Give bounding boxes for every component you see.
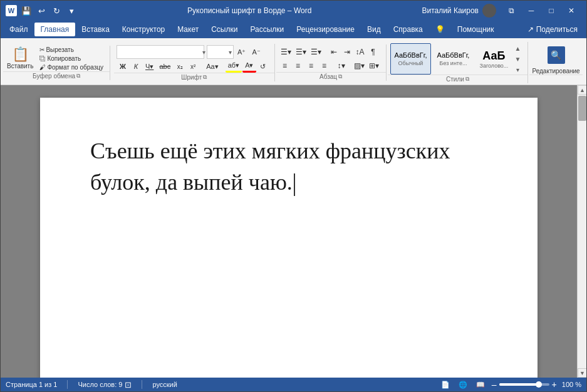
- qat-more-button[interactable]: ▾: [66, 5, 77, 16]
- para-expand-icon[interactable]: ⧉: [338, 73, 342, 80]
- scroll-down-button[interactable]: ▼: [578, 368, 586, 378]
- paste-label: Вставить: [7, 63, 33, 70]
- subscript-button[interactable]: x₂: [174, 60, 186, 73]
- format-painter-button[interactable]: 🖌 Формат по образцу: [37, 63, 106, 71]
- styles-expand-icon[interactable]: ⧉: [465, 76, 469, 83]
- vertical-scrollbar[interactable]: ▲ ▼: [577, 85, 586, 378]
- window-title: Рукописный шрифт в Ворде – Word: [77, 6, 422, 15]
- decrease-font-button[interactable]: A⁻: [249, 46, 262, 58]
- shading-button[interactable]: ▨▾: [352, 59, 366, 72]
- font-size-input[interactable]: 36: [207, 48, 227, 56]
- style-no-spacing-label: Без инте...: [440, 60, 467, 66]
- text-line1: Съешь ещё этих мягких французских: [90, 138, 450, 163]
- view-read-button[interactable]: 📖: [474, 379, 487, 389]
- change-case-button[interactable]: Аа▾: [204, 60, 221, 73]
- superscript-button[interactable]: x²: [187, 60, 199, 73]
- zoom-minus-button[interactable]: –: [492, 379, 497, 389]
- style-normal[interactable]: АаБбВвГг, Обычный: [390, 43, 432, 75]
- font-color-button[interactable]: А▾: [242, 60, 256, 73]
- menu-view[interactable]: Вид: [361, 23, 387, 36]
- align-left-button[interactable]: ≡: [279, 59, 291, 72]
- word-count-text: Число слов: 9: [78, 381, 122, 388]
- menu-assistant[interactable]: Помощник: [451, 23, 501, 36]
- styles-section: АаБбВвГг, Обычный АаБбВвГг, Без инте... …: [388, 42, 529, 83]
- font-name-dropdown[interactable]: Mistral ▾: [117, 45, 204, 59]
- decrease-indent-button[interactable]: ⇤: [328, 46, 340, 58]
- styles-expand-button[interactable]: ▾: [512, 64, 522, 75]
- borders-button[interactable]: ⊞▾: [367, 59, 381, 72]
- word-icon: W: [6, 5, 17, 16]
- zoom-plus-button[interactable]: +: [552, 379, 557, 389]
- zoom-level: 100 %: [562, 381, 581, 388]
- font-size-dropdown[interactable]: 36 ▾: [207, 45, 234, 59]
- user-avatar[interactable]: [482, 4, 496, 18]
- numbering-button[interactable]: ☰▾: [294, 46, 308, 58]
- increase-indent-button[interactable]: ⇥: [341, 46, 353, 58]
- strikethrough-button[interactable]: abc: [157, 60, 173, 73]
- close-button[interactable]: ✕: [561, 1, 581, 21]
- menu-references[interactable]: Ссылки: [205, 23, 244, 36]
- maximize-button[interactable]: □: [541, 1, 561, 21]
- zoom-track[interactable]: [499, 383, 549, 386]
- document-page[interactable]: Съешь ещё этих мягких французских булок,…: [40, 98, 538, 378]
- view-print-button[interactable]: 📄: [439, 379, 452, 389]
- paragraph-section: ☰▾ ☰▾ ☰▾ ⇤ ⇥ ↕A ¶ ≡ ≡ ≡ ≡ ↕▾: [276, 44, 387, 81]
- show-marks-button[interactable]: ¶: [367, 46, 380, 58]
- share-button[interactable]: ↗ Поделиться: [521, 23, 584, 36]
- italic-button[interactable]: К: [130, 60, 142, 73]
- bold-button[interactable]: Ж: [117, 60, 129, 73]
- line-spacing-button[interactable]: ↕▾: [335, 59, 348, 72]
- document-text[interactable]: Съешь ещё этих мягких французских булок,…: [90, 135, 487, 199]
- zoom-thumb[interactable]: [536, 381, 542, 388]
- copy-button[interactable]: ⿻ Копировать: [37, 54, 106, 63]
- font-expand-icon[interactable]: ⧉: [203, 74, 207, 81]
- clipboard-expand-icon[interactable]: ⧉: [76, 73, 80, 80]
- align-right-button[interactable]: ≡: [305, 59, 318, 72]
- word-count-icon[interactable]: ⊡: [125, 380, 132, 389]
- menu-ideas-icon[interactable]: 💡: [429, 23, 451, 36]
- highlight-button[interactable]: аб▾: [226, 60, 242, 73]
- styles-down-button[interactable]: ▼: [512, 54, 522, 64]
- menu-review[interactable]: Рецензирование: [290, 23, 361, 36]
- style-heading1[interactable]: АаБ Заголово...: [475, 43, 512, 75]
- ribbon: 📋 Вставить ✂ Вырезать ⿻ Копировать 🖌 Фор…: [1, 38, 586, 85]
- font-label: Шрифт: [181, 74, 202, 81]
- view-web-button[interactable]: 🌐: [457, 379, 469, 389]
- align-center-button[interactable]: ≡: [292, 59, 304, 72]
- styles-label: Стили: [446, 76, 464, 83]
- document-scroll-area[interactable]: Съешь ещё этих мягких французских булок,…: [1, 85, 577, 378]
- justify-button[interactable]: ≡: [318, 59, 331, 72]
- undo-button[interactable]: ↩: [36, 5, 47, 16]
- menu-mailings[interactable]: Рассылки: [244, 23, 290, 36]
- font-name-input[interactable]: Mistral: [120, 48, 201, 56]
- increase-font-button[interactable]: A⁺: [235, 46, 248, 58]
- menu-help[interactable]: Справка: [387, 23, 429, 36]
- paste-icon: 📋: [12, 48, 29, 61]
- search-editing-button[interactable]: 🔍: [543, 44, 570, 66]
- sort-button[interactable]: ↕A: [354, 46, 366, 58]
- styles-arrows: ▲ ▼ ▾: [512, 43, 522, 75]
- language[interactable]: русский: [152, 381, 177, 388]
- style-no-spacing[interactable]: АаБбВвГг, Без инте...: [432, 43, 474, 75]
- font-label-row: Шрифт ⧉: [114, 73, 274, 81]
- styles-up-button[interactable]: ▲: [512, 43, 522, 53]
- menu-insert[interactable]: Вставка: [75, 23, 116, 36]
- save-button[interactable]: 💾: [21, 5, 32, 16]
- bullets-button[interactable]: ☰▾: [279, 46, 293, 58]
- multilevel-button[interactable]: ☰▾: [309, 46, 323, 58]
- menu-layout[interactable]: Макет: [171, 23, 205, 36]
- menu-home[interactable]: Главная: [34, 23, 76, 36]
- paste-button[interactable]: 📋 Вставить: [3, 46, 37, 71]
- clear-format-button[interactable]: ↺: [257, 60, 269, 73]
- cut-button[interactable]: ✂ Вырезать: [37, 46, 106, 54]
- menu-file[interactable]: Файл: [3, 23, 34, 36]
- minimize-button[interactable]: ─: [521, 1, 541, 21]
- scroll-track[interactable]: [578, 95, 586, 368]
- underline-button[interactable]: Ч▾: [143, 60, 156, 73]
- scroll-thumb[interactable]: [578, 96, 586, 121]
- scroll-up-button[interactable]: ▲: [578, 85, 586, 95]
- redo-button[interactable]: ↻: [51, 5, 62, 16]
- font-name-row: Mistral ▾ 36 ▾ A⁺ A⁻: [117, 45, 269, 59]
- menu-design[interactable]: Конструктор: [116, 23, 171, 36]
- restore-button[interactable]: ⧉: [501, 1, 521, 21]
